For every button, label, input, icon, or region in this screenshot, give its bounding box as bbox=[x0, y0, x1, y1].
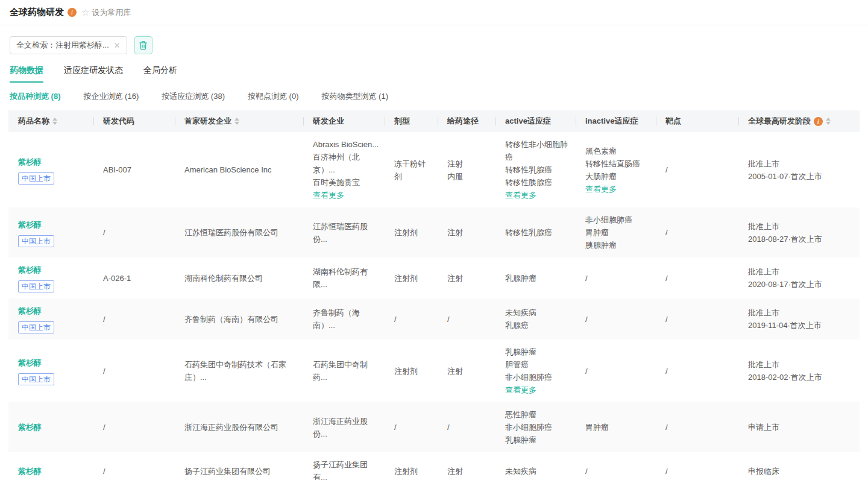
first-company-cell: 湖南科伦制药有限公司 bbox=[175, 257, 303, 298]
stage-date: 2005-01-07·首次上市 bbox=[748, 170, 822, 183]
target-cell: / bbox=[656, 207, 738, 257]
drug-name-link[interactable]: 紫杉醇 bbox=[18, 421, 42, 434]
target-cell: / bbox=[656, 298, 738, 339]
target: / bbox=[665, 226, 668, 239]
tab-2[interactable]: 全局分析 bbox=[143, 65, 177, 83]
inactive-indications-cell: 胃肿瘤 bbox=[576, 402, 656, 452]
first-company: 湖南科伦制药有限公司 bbox=[184, 272, 263, 285]
column-header-label: 首家研发企业 bbox=[184, 116, 231, 127]
stage-date: 2018-08-27·首次上市 bbox=[748, 233, 822, 245]
dosage-form: 注射剂 bbox=[394, 365, 418, 377]
rd-code-cell: A-026-1 bbox=[93, 257, 175, 298]
column-header-label: 靶点 bbox=[665, 116, 681, 127]
active-indication: 恶性肿瘤 bbox=[505, 408, 536, 421]
drug-name-cell: 紫杉醇中国上市 bbox=[8, 339, 93, 402]
sort-icon[interactable] bbox=[234, 118, 239, 125]
favorite-label[interactable]: 设为常用库 bbox=[92, 7, 131, 18]
column-info-icon[interactable]: i bbox=[814, 117, 823, 126]
subtab-3[interactable]: 按靶点浏览 (0) bbox=[248, 91, 299, 102]
subtab-4[interactable]: 按药物类型浏览 (1) bbox=[321, 91, 388, 102]
target-cell: / bbox=[656, 257, 738, 298]
subtab-2[interactable]: 按适应症浏览 (38) bbox=[162, 91, 225, 102]
rd-code: ABI-007 bbox=[103, 163, 131, 176]
inactive-indications-cell: / bbox=[576, 257, 656, 298]
target: / bbox=[665, 465, 668, 478]
rd-code-cell: ABI-007 bbox=[93, 132, 175, 207]
target-cell: / bbox=[656, 339, 738, 402]
target: / bbox=[665, 163, 668, 176]
title-info-icon[interactable]: i bbox=[68, 8, 77, 17]
active-indication-view-more-link[interactable]: 查看更多 bbox=[505, 384, 536, 396]
target-cell: / bbox=[656, 402, 738, 452]
stage: 申报临床 bbox=[748, 465, 779, 478]
dosage-form-cell: / bbox=[385, 298, 438, 339]
column-header: 剂型 bbox=[385, 110, 438, 132]
company-name: 百时美施贵宝 bbox=[313, 176, 360, 189]
subtab-1[interactable]: 按企业浏览 (16) bbox=[84, 91, 139, 102]
drug-name-cell: 紫杉醇中国上市 bbox=[8, 257, 93, 298]
tab-0[interactable]: 药物数据 bbox=[10, 65, 43, 83]
active-indications-cell: 恶性肿瘤非小细胞肺癌乳腺肿瘤 bbox=[495, 402, 576, 452]
table-row: 紫杉醇中国上市ABI-007American BioScience IncAbr… bbox=[8, 132, 860, 207]
route-cell: 注射内服 bbox=[438, 132, 495, 207]
stage: 批准上市 bbox=[748, 220, 779, 233]
inactive-indications-cell: 非小细胞肺癌胃肿瘤胰腺肿瘤 bbox=[576, 207, 656, 257]
rd-code: / bbox=[103, 421, 105, 434]
drug-name-cell: 紫杉醇 bbox=[8, 402, 93, 452]
first-company: American BioScience Inc bbox=[184, 163, 272, 176]
route-cell: 注射 bbox=[438, 339, 495, 402]
first-company-cell: 石药集团中奇制药技术（石家庄）... bbox=[175, 339, 303, 402]
drug-name-link[interactable]: 紫杉醇 bbox=[18, 264, 42, 276]
china-listed-badge: 中国上市 bbox=[18, 280, 54, 292]
trash-icon bbox=[139, 40, 148, 50]
sort-icon[interactable] bbox=[826, 118, 831, 125]
active-indication: 乳腺肿瘤 bbox=[505, 346, 536, 358]
stage-date: 2020-08-17·首次上市 bbox=[748, 278, 822, 291]
drug-name-cell: 紫杉醇中国上市 bbox=[8, 132, 93, 207]
company-name: 石药集团中奇制药... bbox=[313, 358, 380, 384]
drug-name-link[interactable]: 紫杉醇 bbox=[18, 218, 42, 231]
company-name: 扬子江药业集团有... bbox=[313, 458, 380, 480]
active-indication-view-more-link[interactable]: 查看更多 bbox=[505, 189, 536, 201]
first-company-cell: 齐鲁制药（海南）有限公司 bbox=[175, 298, 303, 339]
inactive-indication-empty: / bbox=[585, 465, 588, 478]
china-listed-badge: 中国上市 bbox=[18, 373, 54, 385]
sort-icon[interactable] bbox=[52, 118, 57, 125]
filter-close-icon[interactable]: ✕ bbox=[114, 41, 121, 50]
first-company: 浙江海正药业股份有限公司 bbox=[184, 421, 278, 434]
inactive-indications-cell: / bbox=[576, 339, 656, 402]
favorite-star-icon[interactable]: ☆ bbox=[81, 7, 89, 18]
rd-code: A-026-1 bbox=[103, 272, 131, 285]
dosage-form: 冻干粉针剂 bbox=[394, 157, 433, 183]
sub-tabs: 按品种浏览 (8)按企业浏览 (16)按适应症浏览 (38)按靶点浏览 (0)按… bbox=[0, 83, 868, 109]
route: 注射 bbox=[447, 157, 463, 170]
inactive-indications-cell: 黑色素瘤转移性结直肠癌大肠肿瘤查看更多 bbox=[576, 132, 656, 207]
clear-filters-button[interactable] bbox=[134, 36, 153, 54]
tab-1[interactable]: 适应症研发状态 bbox=[64, 65, 123, 83]
active-indication: 转移性非小细胞肺癌 bbox=[505, 138, 571, 163]
stage-cell: 申请上市 bbox=[738, 402, 860, 452]
drug-name-link[interactable]: 紫杉醇 bbox=[18, 465, 42, 478]
dosage-form: 注射剂 bbox=[394, 226, 418, 239]
rd-code: / bbox=[103, 465, 105, 478]
table-row: 紫杉醇中国上市/石药集团中奇制药技术（石家庄）...石药集团中奇制药...注射剂… bbox=[8, 339, 860, 402]
subtab-0[interactable]: 按品种浏览 (8) bbox=[10, 91, 61, 102]
route: 注射 bbox=[447, 465, 463, 478]
table-header-row: 药品名称研发代码首家研发企业研发企业剂型给药途径active适应症inactiv… bbox=[8, 110, 860, 132]
target: / bbox=[665, 421, 668, 434]
stage-cell: 批准上市2019-11-04·首次上市 bbox=[738, 298, 860, 339]
first-company: 扬子江药业集团有限公司 bbox=[184, 465, 271, 478]
stage: 批准上市 bbox=[748, 358, 779, 371]
drug-name-link[interactable]: 紫杉醇 bbox=[18, 156, 42, 168]
company-name-view-more-link[interactable]: 查看更多 bbox=[313, 189, 344, 201]
stage-cell: 批准上市2018-02-02·首次上市 bbox=[738, 339, 860, 402]
drug-name-link[interactable]: 紫杉醇 bbox=[18, 305, 42, 317]
column-header: 给药途径 bbox=[438, 110, 495, 132]
column-header: 靶点 bbox=[656, 110, 738, 132]
company-name: 齐鲁制药（海南）... bbox=[313, 306, 380, 332]
companies-cell: 浙江海正药业股份... bbox=[303, 402, 385, 452]
dosage-form-cell: 注射剂 bbox=[385, 257, 438, 298]
filter-row: 全文检索：注射用紫杉醇... ✕ bbox=[0, 25, 868, 63]
inactive-indication-view-more-link[interactable]: 查看更多 bbox=[585, 183, 617, 195]
drug-name-link[interactable]: 紫杉醇 bbox=[18, 356, 42, 369]
